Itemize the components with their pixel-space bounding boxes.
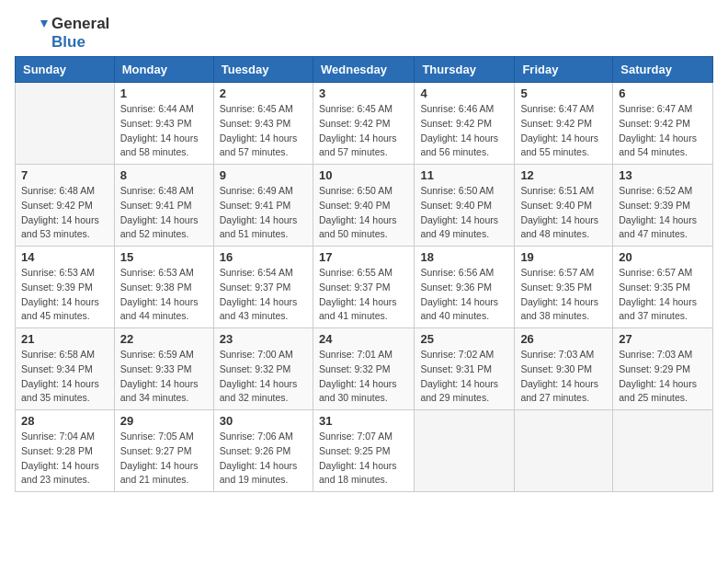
- logo-svg: [15, 17, 48, 50]
- day-number: 16: [220, 250, 307, 264]
- day-number: 4: [420, 86, 508, 100]
- day-info: Sunrise: 6:50 AMSunset: 9:40 PMDaylight:…: [420, 184, 508, 242]
- day-info: Sunrise: 6:57 AMSunset: 9:35 PMDaylight:…: [619, 266, 707, 324]
- day-info: Sunrise: 6:48 AMSunset: 9:41 PMDaylight:…: [120, 184, 208, 242]
- calendar-cell: 4Sunrise: 6:46 AMSunset: 9:42 PMDaylight…: [415, 83, 515, 165]
- day-number: 17: [319, 250, 408, 264]
- calendar-cell: 9Sunrise: 6:49 AMSunset: 9:41 PMDaylight…: [213, 165, 313, 247]
- calendar-cell: 14Sunrise: 6:53 AMSunset: 9:39 PMDayligh…: [16, 247, 115, 328]
- day-info: Sunrise: 6:58 AMSunset: 9:34 PMDaylight:…: [21, 348, 108, 406]
- calendar-cell: 21Sunrise: 6:58 AMSunset: 9:34 PMDayligh…: [16, 328, 115, 410]
- day-number: 3: [319, 86, 408, 100]
- week-row-1: 1Sunrise: 6:44 AMSunset: 9:43 PMDaylight…: [16, 83, 713, 165]
- day-info: Sunrise: 6:50 AMSunset: 9:40 PMDaylight:…: [319, 184, 408, 242]
- weekday-header-row: SundayMondayTuesdayWednesdayThursdayFrid…: [16, 57, 713, 83]
- week-row-4: 21Sunrise: 6:58 AMSunset: 9:34 PMDayligh…: [16, 328, 713, 410]
- weekday-saturday: Saturday: [613, 57, 713, 83]
- calendar-cell: 25Sunrise: 7:02 AMSunset: 9:31 PMDayligh…: [415, 328, 515, 410]
- day-number: 5: [520, 86, 607, 100]
- calendar-cell: 8Sunrise: 6:48 AMSunset: 9:41 PMDaylight…: [114, 165, 213, 247]
- day-info: Sunrise: 6:56 AMSunset: 9:36 PMDaylight:…: [420, 266, 508, 324]
- day-number: 25: [420, 332, 508, 346]
- weekday-friday: Friday: [515, 57, 613, 83]
- day-number: 6: [619, 86, 707, 100]
- day-info: Sunrise: 6:51 AMSunset: 9:40 PMDaylight:…: [520, 184, 607, 242]
- calendar-cell: 11Sunrise: 6:50 AMSunset: 9:40 PMDayligh…: [415, 165, 515, 247]
- day-number: 24: [319, 332, 408, 346]
- day-info: Sunrise: 6:52 AMSunset: 9:39 PMDaylight:…: [619, 184, 707, 242]
- day-info: Sunrise: 6:45 AMSunset: 9:42 PMDaylight:…: [319, 102, 408, 160]
- day-info: Sunrise: 6:46 AMSunset: 9:42 PMDaylight:…: [420, 102, 508, 160]
- logo: General Blue: [15, 15, 109, 51]
- calendar-cell: 22Sunrise: 6:59 AMSunset: 9:33 PMDayligh…: [114, 328, 213, 410]
- day-number: 18: [420, 250, 508, 264]
- calendar-cell: [16, 83, 115, 165]
- day-number: 14: [21, 250, 108, 264]
- day-number: 23: [220, 332, 307, 346]
- calendar-cell: 19Sunrise: 6:57 AMSunset: 9:35 PMDayligh…: [515, 247, 613, 328]
- calendar-cell: [515, 410, 613, 492]
- calendar-cell: 10Sunrise: 6:50 AMSunset: 9:40 PMDayligh…: [313, 165, 414, 247]
- calendar-cell: 18Sunrise: 6:56 AMSunset: 9:36 PMDayligh…: [415, 247, 515, 328]
- weekday-thursday: Thursday: [415, 57, 515, 83]
- day-number: 7: [21, 168, 108, 182]
- logo-text-block: General Blue: [51, 15, 109, 51]
- calendar-cell: 16Sunrise: 6:54 AMSunset: 9:37 PMDayligh…: [213, 247, 313, 328]
- calendar-cell: [415, 410, 515, 492]
- calendar-cell: 6Sunrise: 6:47 AMSunset: 9:42 PMDaylight…: [613, 83, 713, 165]
- calendar-cell: [613, 410, 713, 492]
- calendar-cell: 12Sunrise: 6:51 AMSunset: 9:40 PMDayligh…: [515, 165, 613, 247]
- day-info: Sunrise: 7:02 AMSunset: 9:31 PMDaylight:…: [420, 348, 508, 406]
- calendar-cell: 3Sunrise: 6:45 AMSunset: 9:42 PMDaylight…: [313, 83, 414, 165]
- day-info: Sunrise: 7:03 AMSunset: 9:30 PMDaylight:…: [520, 348, 607, 406]
- day-info: Sunrise: 6:48 AMSunset: 9:42 PMDaylight:…: [21, 184, 108, 242]
- day-info: Sunrise: 7:03 AMSunset: 9:29 PMDaylight:…: [619, 348, 707, 406]
- day-info: Sunrise: 6:47 AMSunset: 9:42 PMDaylight:…: [619, 102, 707, 160]
- day-info: Sunrise: 7:05 AMSunset: 9:27 PMDaylight:…: [120, 430, 208, 488]
- day-info: Sunrise: 6:44 AMSunset: 9:43 PMDaylight:…: [120, 102, 208, 160]
- day-info: Sunrise: 7:04 AMSunset: 9:28 PMDaylight:…: [21, 430, 108, 488]
- day-info: Sunrise: 6:54 AMSunset: 9:37 PMDaylight:…: [220, 266, 307, 324]
- calendar-cell: 20Sunrise: 6:57 AMSunset: 9:35 PMDayligh…: [613, 247, 713, 328]
- calendar-cell: 27Sunrise: 7:03 AMSunset: 9:29 PMDayligh…: [613, 328, 713, 410]
- logo-blue: Blue: [51, 33, 85, 51]
- logo-general: General: [51, 15, 109, 32]
- day-number: 20: [619, 250, 707, 264]
- page-header: General Blue: [15, 15, 713, 51]
- calendar-cell: 2Sunrise: 6:45 AMSunset: 9:43 PMDaylight…: [213, 83, 313, 165]
- day-number: 21: [21, 332, 108, 346]
- day-number: 13: [619, 168, 707, 182]
- day-number: 19: [520, 250, 607, 264]
- day-number: 30: [220, 414, 307, 428]
- calendar-cell: 5Sunrise: 6:47 AMSunset: 9:42 PMDaylight…: [515, 83, 613, 165]
- week-row-3: 14Sunrise: 6:53 AMSunset: 9:39 PMDayligh…: [16, 247, 713, 328]
- day-number: 29: [120, 414, 208, 428]
- calendar-cell: 15Sunrise: 6:53 AMSunset: 9:38 PMDayligh…: [114, 247, 213, 328]
- day-info: Sunrise: 7:01 AMSunset: 9:32 PMDaylight:…: [319, 348, 408, 406]
- day-info: Sunrise: 7:00 AMSunset: 9:32 PMDaylight:…: [220, 348, 307, 406]
- calendar-cell: 28Sunrise: 7:04 AMSunset: 9:28 PMDayligh…: [16, 410, 115, 492]
- day-number: 28: [21, 414, 108, 428]
- day-number: 26: [520, 332, 607, 346]
- day-number: 22: [120, 332, 208, 346]
- day-number: 27: [619, 332, 707, 346]
- day-info: Sunrise: 7:07 AMSunset: 9:25 PMDaylight:…: [319, 430, 408, 488]
- day-info: Sunrise: 6:59 AMSunset: 9:33 PMDaylight:…: [120, 348, 208, 406]
- calendar-cell: 23Sunrise: 7:00 AMSunset: 9:32 PMDayligh…: [213, 328, 313, 410]
- day-number: 10: [319, 168, 408, 182]
- calendar-cell: 30Sunrise: 7:06 AMSunset: 9:26 PMDayligh…: [213, 410, 313, 492]
- calendar-cell: 31Sunrise: 7:07 AMSunset: 9:25 PMDayligh…: [313, 410, 414, 492]
- day-number: 15: [120, 250, 208, 264]
- calendar-cell: 7Sunrise: 6:48 AMSunset: 9:42 PMDaylight…: [16, 165, 115, 247]
- calendar-cell: 1Sunrise: 6:44 AMSunset: 9:43 PMDaylight…: [114, 83, 213, 165]
- day-info: Sunrise: 6:55 AMSunset: 9:37 PMDaylight:…: [319, 266, 408, 324]
- day-number: 9: [220, 168, 307, 182]
- day-number: 1: [120, 86, 208, 100]
- calendar-cell: 24Sunrise: 7:01 AMSunset: 9:32 PMDayligh…: [313, 328, 414, 410]
- day-number: 12: [520, 168, 607, 182]
- calendar-cell: 26Sunrise: 7:03 AMSunset: 9:30 PMDayligh…: [515, 328, 613, 410]
- week-row-2: 7Sunrise: 6:48 AMSunset: 9:42 PMDaylight…: [16, 165, 713, 247]
- weekday-monday: Monday: [114, 57, 213, 83]
- weekday-tuesday: Tuesday: [213, 57, 313, 83]
- calendar-cell: 17Sunrise: 6:55 AMSunset: 9:37 PMDayligh…: [313, 247, 414, 328]
